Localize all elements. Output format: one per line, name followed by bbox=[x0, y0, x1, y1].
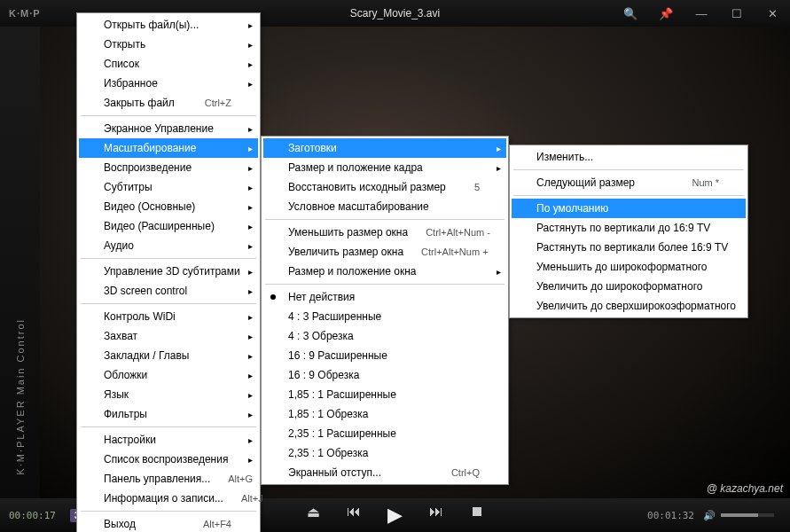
menu-item-label: 2,35 : 1 Обрезка bbox=[288, 447, 480, 459]
menu-item-shortcut: 5 bbox=[474, 182, 480, 192]
menu-item[interactable]: Список воспроизведения bbox=[79, 450, 258, 469]
menu-item-shortcut: Num * bbox=[692, 177, 719, 188]
menu-item-label: Аудио bbox=[104, 239, 231, 252]
menu-item-label: Закладки / Главы bbox=[104, 349, 231, 362]
menu-separator bbox=[81, 115, 256, 116]
menu-item[interactable]: Масштабирование bbox=[79, 138, 258, 158]
menu-item[interactable]: Управление 3D субтитрами bbox=[79, 262, 258, 281]
menu-item[interactable]: Обложки bbox=[79, 365, 258, 385]
menu-item-label: 16 : 9 Обрезка bbox=[288, 369, 480, 381]
menu-item[interactable]: 2,35 : 1 Обрезка bbox=[263, 443, 506, 463]
menu-item-label: Информация о записи... bbox=[104, 492, 223, 505]
menu-item-label: 4 : 3 Обрезка bbox=[288, 330, 480, 342]
menu-item[interactable]: Избранное bbox=[79, 74, 258, 93]
menu-item[interactable]: Увеличить до сверхширокоэформатного bbox=[512, 296, 746, 316]
menu-item[interactable]: Следующий размерNum * bbox=[512, 173, 746, 192]
menu-item[interactable]: Видео (Основные) bbox=[79, 197, 258, 216]
menu-item-label: Фильтры bbox=[104, 408, 231, 420]
minimize-icon[interactable]: — bbox=[684, 0, 719, 27]
menu-item-label: Изменить... bbox=[536, 151, 719, 163]
menu-item[interactable]: Размер и положение окна bbox=[263, 262, 506, 281]
menu-item-label: Размер и положение окна bbox=[288, 265, 480, 278]
menu-item[interactable]: Фильтры bbox=[79, 404, 258, 424]
sidebar-label: K·M·PLAYER Main Control bbox=[15, 318, 26, 475]
menu-item[interactable]: Закрыть файлCtrl+Z bbox=[79, 93, 258, 113]
menu-item-label: Обложки bbox=[104, 369, 231, 381]
menu-item[interactable]: Информация о записи...Alt+J bbox=[79, 489, 258, 508]
menu-item[interactable]: Изменить... bbox=[512, 147, 746, 167]
menu-item-shortcut: Ctrl+Alt+Num + bbox=[421, 246, 489, 257]
menu-separator bbox=[81, 426, 256, 427]
menu-item[interactable]: Увеличить до широкоформатного bbox=[512, 277, 746, 296]
prev-button[interactable]: ⏮ bbox=[347, 504, 361, 527]
menu-item[interactable]: Увеличить размер окнаCtrl+Alt+Num + bbox=[263, 242, 506, 262]
menu-item[interactable]: Уменьшить размер окнаCtrl+Alt+Num - bbox=[263, 223, 506, 242]
time-elapsed: 00:00:17 bbox=[0, 510, 65, 521]
menu-item-label: Список bbox=[104, 58, 231, 70]
menu-item-label: Заготовки bbox=[288, 142, 480, 154]
menu-separator bbox=[513, 195, 744, 196]
menu-item[interactable]: Язык bbox=[79, 385, 258, 404]
menu-item-label: 2,35 : 1 Расширенные bbox=[288, 427, 480, 440]
menu-item-shortcut: Ctrl+Alt+Num - bbox=[426, 227, 490, 238]
menu-item[interactable]: 1,85 : 1 Расширенные bbox=[263, 385, 506, 404]
menu-item[interactable]: Субтитры bbox=[79, 177, 258, 197]
menu-item[interactable]: Аудио bbox=[79, 236, 258, 255]
next-button[interactable]: ⏭ bbox=[429, 504, 443, 527]
menu-item[interactable]: 2,35 : 1 Расширенные bbox=[263, 424, 506, 443]
menu-item[interactable]: Растянуть по вертикали более 16:9 TV bbox=[512, 238, 746, 257]
menu-item-label: 16 : 9 Расширенные bbox=[288, 349, 480, 362]
menu-item[interactable]: 1,85 : 1 Обрезка bbox=[263, 404, 506, 424]
menu-item[interactable]: Воспроизведение bbox=[79, 158, 258, 177]
menu-item[interactable]: Экранное Управление bbox=[79, 119, 258, 138]
search-icon[interactable]: 🔍 bbox=[613, 0, 648, 27]
menu-item[interactable]: Размер и положение кадра bbox=[263, 158, 506, 177]
menu-item[interactable]: 4 : 3 Расширенные bbox=[263, 307, 506, 326]
menu-item[interactable]: Уменьшить до широкоформатного bbox=[512, 257, 746, 277]
menu-item[interactable]: 4 : 3 Обрезка bbox=[263, 326, 506, 346]
menu-item-label: Растянуть по вертикали до 16:9 TV bbox=[536, 222, 719, 234]
open-button[interactable]: ⏏ bbox=[307, 504, 320, 527]
menu-item[interactable]: Открыть bbox=[79, 35, 258, 54]
menu-item[interactable]: Восстановить исходный размер5 bbox=[263, 177, 506, 197]
volume-control[interactable]: 🔊 bbox=[703, 510, 774, 521]
close-icon[interactable]: ✕ bbox=[755, 0, 790, 27]
menu-item[interactable]: Список bbox=[79, 54, 258, 74]
menu-item[interactable]: Экранный отступ...Ctrl+Q bbox=[263, 463, 506, 482]
menu-item-label: Субтитры bbox=[104, 181, 231, 193]
menu-item-shortcut: Alt+J bbox=[241, 493, 263, 504]
menu-item[interactable]: Закладки / Главы bbox=[79, 346, 258, 365]
play-button[interactable]: ▶ bbox=[387, 504, 403, 527]
sidebar: K·M·PLAYER Main Control bbox=[0, 27, 40, 498]
menu-item[interactable]: 16 : 9 Обрезка bbox=[263, 365, 506, 385]
menu-item[interactable]: 3D screen control bbox=[79, 281, 258, 301]
menu-item[interactable]: Захват bbox=[79, 326, 258, 346]
menu-item-label: Язык bbox=[104, 388, 231, 401]
menu-item[interactable]: Растянуть по вертикали до 16:9 TV bbox=[512, 218, 746, 238]
pin-icon[interactable]: 📌 bbox=[648, 0, 684, 27]
menu-item[interactable]: Заготовки bbox=[263, 138, 506, 158]
menu-separator bbox=[81, 258, 256, 259]
menu-item[interactable]: Открыть файл(ы)... bbox=[79, 15, 258, 35]
menu-item[interactable]: По умолчанию bbox=[512, 199, 746, 218]
context-menu-presets: Изменить...Следующий размерNum *По умолч… bbox=[509, 145, 748, 318]
stop-button[interactable]: ⏹ bbox=[470, 504, 484, 527]
menu-item[interactable]: 16 : 9 Расширенные bbox=[263, 346, 506, 365]
menu-item-label: Открыть файл(ы)... bbox=[104, 19, 231, 31]
menu-item-label: Экранное Управление bbox=[104, 122, 231, 135]
menu-item[interactable]: ВыходAlt+F4 bbox=[79, 514, 258, 532]
menu-item[interactable]: Панель управления...Alt+G bbox=[79, 469, 258, 489]
maximize-icon[interactable]: ☐ bbox=[719, 0, 755, 27]
menu-item[interactable]: Контроль WiDi bbox=[79, 307, 258, 326]
time-total: 00:01:32 bbox=[638, 510, 703, 521]
volume-slider[interactable] bbox=[721, 513, 774, 517]
menu-item[interactable]: Настройки bbox=[79, 430, 258, 450]
menu-item-label: 3D screen control bbox=[104, 285, 231, 297]
menu-item-label: Видео (Расширенные) bbox=[104, 220, 231, 232]
menu-item[interactable]: Условное масштабирование bbox=[263, 197, 506, 216]
menu-item-label: Уменьшить до широкоформатного bbox=[536, 261, 719, 273]
context-menu-main: Открыть файл(ы)...ОткрытьСписокИзбранное… bbox=[76, 12, 261, 532]
speaker-icon[interactable]: 🔊 bbox=[703, 510, 716, 521]
menu-item[interactable]: Видео (Расширенные) bbox=[79, 216, 258, 236]
menu-item[interactable]: Нет действия bbox=[263, 287, 506, 307]
